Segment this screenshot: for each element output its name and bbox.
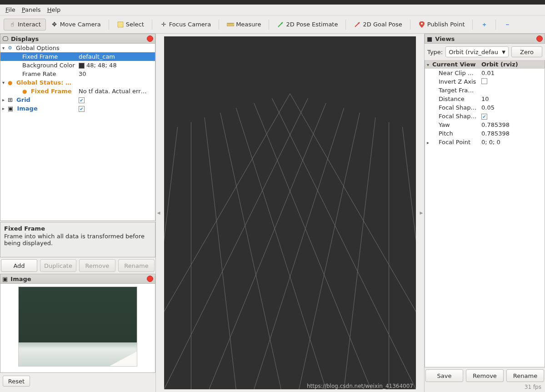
menu-file[interactable]: File <box>5 6 15 13</box>
menu-panels[interactable]: Panels <box>22 6 41 13</box>
toolbar-separator <box>109 20 109 30</box>
image-panel: ▣ Image <box>0 274 155 373</box>
checkbox-checked-icon[interactable]: ✔ <box>79 106 85 112</box>
toolbar-separator <box>269 20 269 30</box>
tool-focus-camera[interactable]: ✛ Focus Camera <box>155 19 216 30</box>
tool-measure[interactable]: Measure <box>222 19 266 30</box>
tree-row-image[interactable]: ▸▣ Image ✔ <box>0 104 155 113</box>
displays-button-row: Add Duplicate Remove Rename <box>0 257 155 274</box>
checkbox-icon[interactable]: ✔ <box>481 114 487 120</box>
views-tree-row[interactable]: Distance10 <box>425 95 545 103</box>
tool-goal-pose-label: 2D Goal Pose <box>363 21 402 28</box>
move-camera-icon: ✥ <box>51 21 58 28</box>
tool-move-camera[interactable]: ✥ Move Camera <box>46 19 106 30</box>
interact-icon: ☝ <box>9 21 16 28</box>
close-icon[interactable] <box>147 276 153 282</box>
gear-icon: ⚙ <box>8 45 12 51</box>
chevron-down-icon: ▼ <box>502 50 505 55</box>
tree-row-grid[interactable]: ▸⊞ Grid ✔ <box>0 95 155 104</box>
views-type-value: Orbit (rviz_defau <box>449 49 498 55</box>
svg-rect-0 <box>118 22 123 27</box>
checkbox-checked-icon[interactable]: ✔ <box>79 97 85 103</box>
checkbox-icon[interactable] <box>481 78 487 84</box>
tool-focus-camera-label: Focus Camera <box>169 21 211 28</box>
displays-panel-header[interactable]: 🖵 Displays <box>0 34 155 44</box>
tool-move-camera-label: Move Camera <box>60 21 101 28</box>
views-tree-row[interactable]: Focal Shap…✔ <box>425 112 545 121</box>
3d-viewport[interactable] <box>164 36 416 389</box>
displays-tree[interactable]: ▾⚙ Global Options Fixed Frame default_ca… <box>0 44 155 221</box>
views-rename-button[interactable]: Rename <box>506 369 544 382</box>
image-icon: ▣ <box>2 276 8 282</box>
left-footer: Reset <box>0 373 155 389</box>
plus-icon: ＋ <box>480 21 488 28</box>
tool-interact[interactable]: ☝ Interact <box>4 19 46 30</box>
views-type-row: Type: Orbit (rviz_defau ▼ Zero <box>425 44 545 60</box>
watermark: https://blog.csdn.net/weixin_41364007 <box>307 383 413 389</box>
toolbar-separator <box>152 20 152 30</box>
views-tree[interactable]: ▾ Current View Orbit (rviz) Near Clip …0… <box>425 60 545 367</box>
toolbar-separator <box>345 20 346 30</box>
tree-row-fixed-frame[interactable]: Fixed Frame default_cam <box>0 52 155 61</box>
displays-description: Fixed Frame Frame into which all data is… <box>0 222 155 257</box>
close-icon[interactable] <box>147 35 153 42</box>
tree-row-background-color[interactable]: Background Color 48; 48; 48 <box>0 61 155 70</box>
views-remove-button[interactable]: Remove <box>466 369 504 382</box>
tool-2d-goal-pose[interactable]: 2D Goal Pose <box>349 19 407 30</box>
right-splitter[interactable]: ▶ <box>419 34 424 392</box>
tool-remove[interactable]: － <box>499 19 516 30</box>
displays-panel-title: Displays <box>11 35 144 42</box>
rename-button: Rename <box>118 259 155 272</box>
save-button[interactable]: Save <box>425 369 463 382</box>
views-panel-title: Views <box>435 35 534 42</box>
warning-icon: ● <box>22 88 27 95</box>
views-type-combo[interactable]: Orbit (rviz_defau ▼ <box>445 46 509 57</box>
image-preview <box>18 286 137 367</box>
left-splitter[interactable]: ◀ <box>156 34 161 392</box>
tool-publish-point[interactable]: Publish Point <box>413 19 470 30</box>
focus-camera-icon: ✛ <box>160 21 167 28</box>
reset-button[interactable]: Reset <box>3 376 30 387</box>
toolbar-separator <box>472 20 473 30</box>
views-tree-row[interactable]: Pitch0.785398 <box>425 129 545 138</box>
tool-select[interactable]: Select <box>112 19 149 30</box>
toolbar-separator <box>410 20 410 30</box>
svg-rect-11 <box>164 36 416 389</box>
remove-button: Remove <box>79 259 115 272</box>
tree-row-status-fixed-frame[interactable]: ● Fixed Frame No tf data. Actual err… <box>0 87 155 95</box>
views-tree-row[interactable]: Invert Z Axis <box>425 77 545 86</box>
views-tree-row[interactable]: Yaw0.785398 <box>425 121 545 129</box>
views-tree-row[interactable]: Focal Shap…0.05 <box>425 103 545 112</box>
tool-interact-label: Interact <box>18 21 41 28</box>
svg-point-10 <box>421 23 423 25</box>
window-titlebar <box>0 0 545 5</box>
description-body: Frame into which all data is transformed… <box>4 233 151 246</box>
tool-measure-label: Measure <box>236 21 261 28</box>
tool-2d-pose-estimate[interactable]: 2D Pose Estimate <box>272 19 343 30</box>
warning-icon: ● <box>8 80 12 86</box>
pose-estimate-icon <box>277 21 284 28</box>
monitor-icon: 🖵 <box>2 35 8 42</box>
select-icon <box>117 21 124 28</box>
close-icon[interactable] <box>536 35 543 42</box>
tree-row-global-status[interactable]: ▾● Global Status: … <box>0 78 155 87</box>
toolbar: ☝ Interact ✥ Move Camera Select ✛ Focus … <box>0 15 545 34</box>
add-button[interactable]: Add <box>1 259 37 272</box>
views-panel-header[interactable]: ■ Views <box>425 34 545 44</box>
tool-pose-estimate-label: 2D Pose Estimate <box>286 21 338 28</box>
tree-row-frame-rate[interactable]: Frame Rate 30 <box>0 70 155 78</box>
grid-icon: ⊞ <box>8 96 13 103</box>
views-tree-header[interactable]: ▾ Current View Orbit (rviz) <box>425 60 545 69</box>
tree-row-global-options[interactable]: ▾⚙ Global Options <box>0 44 155 52</box>
menubar: File Panels Help <box>0 5 545 15</box>
views-tree-row[interactable]: Near Clip …0.01 <box>425 69 545 77</box>
image-panel-header[interactable]: ▣ Image <box>0 274 155 284</box>
tool-add[interactable]: ＋ <box>475 19 493 30</box>
zero-button[interactable]: Zero <box>511 46 542 57</box>
menu-help[interactable]: Help <box>47 6 61 13</box>
camera-icon: ■ <box>427 35 432 42</box>
toolbar-separator <box>219 20 219 30</box>
color-swatch <box>79 63 85 69</box>
views-tree-row[interactable]: ▸Focal Point0; 0; 0 <box>425 138 545 146</box>
views-tree-row[interactable]: Target Fra… <box>425 86 545 95</box>
